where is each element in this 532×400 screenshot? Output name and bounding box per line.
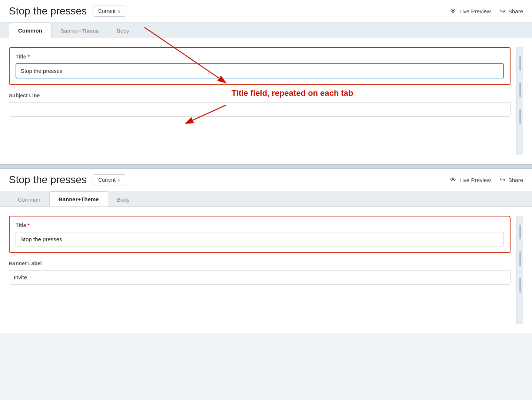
version-label-2: Current (98, 177, 116, 183)
header-actions-2: 👁 Live Preview ↪ Share (450, 176, 523, 184)
version-label-1: Current (98, 8, 116, 14)
title-label-2: Title * (16, 222, 504, 228)
main-content-2: Title * Banner Label (9, 216, 516, 324)
banner-label-input[interactable] (9, 270, 511, 285)
header-bar-1: Stop the presses Current ∨ 👁 Live Previe… (0, 0, 532, 23)
page-title-2: Stop the presses (9, 174, 87, 186)
tab-bar-2: Common Banner+Theme Body (0, 191, 532, 207)
header-bar-2: Stop the presses Current ∨ 👁 Live Previe… (0, 169, 532, 191)
page-title-1: Stop the presses (9, 5, 87, 17)
title-input-2[interactable] (16, 232, 504, 246)
required-star-2: * (28, 222, 30, 228)
main-content-1: Title * Subject Line (9, 47, 516, 155)
eye-icon-1: 👁 (450, 7, 456, 15)
content-area-2: Title * Banner Label (0, 207, 532, 333)
sidebar-indicator-5 (519, 251, 521, 266)
title-label-1: Title * (16, 54, 504, 60)
live-preview-button-1[interactable]: 👁 Live Preview (450, 7, 491, 15)
version-dropdown-2[interactable]: Current ∨ (93, 174, 126, 185)
content-area-1: Title * Subject Line (0, 38, 532, 164)
chevron-down-icon-1: ∨ (118, 9, 121, 14)
sidebar-indicator-3 (519, 109, 521, 124)
share-label-2: Share (508, 177, 523, 183)
live-preview-label-1: Live Preview (459, 8, 491, 14)
right-sidebar-1 (516, 47, 523, 155)
sidebar-indicator-2 (519, 83, 521, 97)
live-preview-button-2[interactable]: 👁 Live Preview (450, 176, 491, 184)
tab-bar-1: Common Banner+Theme Body (0, 23, 532, 38)
tab-banner-theme-1[interactable]: Banner+Theme (51, 23, 108, 38)
required-star-1: * (28, 54, 30, 60)
share-icon-2: ↪ (500, 176, 505, 184)
panel-1: Stop the presses Current ∨ 👁 Live Previe… (0, 0, 532, 164)
tab-common-2[interactable]: Common (9, 192, 49, 206)
tab-banner-theme-2[interactable]: Banner+Theme (49, 191, 108, 206)
chevron-down-icon-2: ∨ (118, 178, 121, 182)
panel-divider (0, 164, 532, 169)
panel-2: Stop the presses Current ∨ 👁 Live Previe… (0, 169, 532, 333)
title-input-1[interactable] (16, 63, 504, 78)
banner-label-label: Banner Label (9, 260, 511, 266)
version-dropdown-1[interactable]: Current ∨ (93, 6, 126, 17)
share-label-1: Share (508, 8, 523, 14)
right-sidebar-2 (516, 216, 523, 324)
tab-body-2[interactable]: Body (108, 192, 139, 206)
banner-label-field-group: Banner Label (9, 260, 511, 285)
tab-body-1[interactable]: Body (108, 23, 138, 38)
title-field-section-1: Title * (9, 47, 511, 85)
sidebar-indicator-6 (519, 278, 521, 293)
share-icon-1: ↪ (500, 7, 505, 15)
subject-field-group-1: Subject Line (9, 93, 511, 117)
share-button-1[interactable]: ↪ Share (500, 7, 523, 15)
sidebar-indicator-1 (519, 56, 521, 71)
tab-common-1[interactable]: Common (9, 23, 51, 38)
sidebar-indicator-4 (519, 225, 521, 239)
title-field-section-2: Title * (9, 216, 511, 253)
live-preview-label-2: Live Preview (459, 177, 491, 183)
eye-icon-2: 👁 (450, 176, 456, 184)
share-button-2[interactable]: ↪ Share (500, 176, 523, 184)
subject-label-1: Subject Line (9, 93, 511, 98)
subject-input-1[interactable] (9, 102, 511, 117)
header-actions-1: 👁 Live Preview ↪ Share (450, 7, 523, 15)
